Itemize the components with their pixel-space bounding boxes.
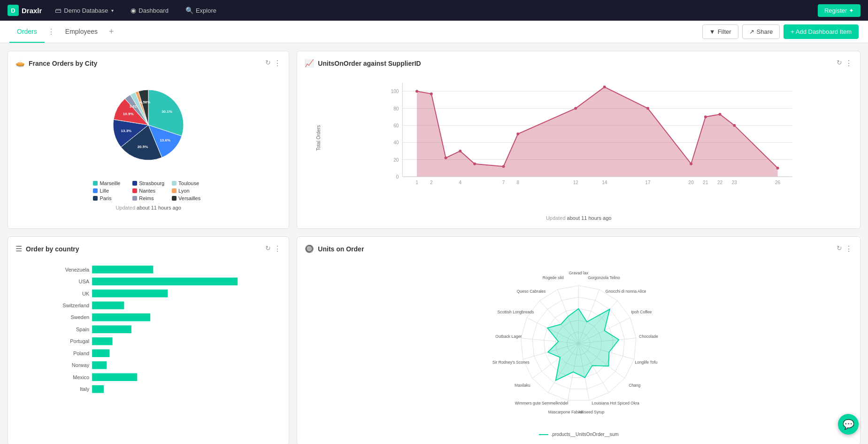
radar-chart-svg: Gravad laxGorgonzola TelinoGnocchi di no… xyxy=(305,259,853,428)
nav-item-database[interactable]: 🗃 Demo Database ▾ xyxy=(51,5,117,16)
legend-item: Marseille xyxy=(93,180,125,186)
radar-menu-icon[interactable]: ⋮ xyxy=(845,244,853,253)
pie-card-actions: ↻ ⋮ xyxy=(265,59,281,68)
svg-rect-69 xyxy=(92,385,104,393)
svg-point-40 xyxy=(603,86,606,88)
svg-rect-67 xyxy=(92,373,137,381)
tab-orders[interactable]: Orders xyxy=(9,21,45,43)
radar-chart-icon: 🔘 xyxy=(305,244,314,253)
svg-text:17: 17 xyxy=(645,180,651,185)
svg-point-41 xyxy=(646,107,649,110)
svg-text:60: 60 xyxy=(394,123,399,128)
tab-bar: Orders ⋮ Employees + ▼ Filter ↗ Share + … xyxy=(0,21,868,43)
brand-logo[interactable]: D Draxlr xyxy=(8,5,42,16)
pie-menu-icon[interactable]: ⋮ xyxy=(274,59,281,68)
svg-rect-57 xyxy=(92,313,150,321)
legend-item: Lille xyxy=(93,188,125,194)
radar-card-header: 🔘 Units on Order ↻ ⋮ xyxy=(305,244,853,253)
svg-text:Mascarpone Fabioli: Mascarpone Fabioli xyxy=(548,410,583,414)
svg-text:4.58%: 4.58% xyxy=(140,100,151,104)
add-dashboard-item-button[interactable]: + Add Dashboard Item xyxy=(784,24,859,39)
svg-text:30.1%: 30.1% xyxy=(161,109,172,114)
svg-text:7: 7 xyxy=(502,180,505,185)
svg-text:10.9%: 10.9% xyxy=(123,112,134,116)
svg-point-43 xyxy=(704,116,707,118)
bar-chart-icon: ☰ xyxy=(15,244,22,253)
area-menu-icon[interactable]: ⋮ xyxy=(845,59,853,68)
top-navigation: D Draxlr 🗃 Demo Database ▾ ◉ Dashboard 🔍… xyxy=(0,0,868,21)
bar-menu-icon[interactable]: ⋮ xyxy=(274,244,281,253)
svg-point-35 xyxy=(459,149,462,152)
svg-text:4: 4 xyxy=(459,180,462,185)
radar-card-actions: ↻ ⋮ xyxy=(837,244,853,253)
svg-point-36 xyxy=(473,163,476,165)
svg-point-42 xyxy=(690,163,692,165)
legend-item: Nantes xyxy=(132,188,164,194)
nav-item-explore[interactable]: 🔍 Explore xyxy=(182,5,220,16)
svg-text:Mexico: Mexico xyxy=(73,374,89,380)
bar-chart-svg: VenezuelaUSAUKSwitzerlandSwedenSpainPort… xyxy=(15,259,281,400)
svg-text:20.5%: 20.5% xyxy=(138,145,148,149)
svg-rect-53 xyxy=(92,289,168,297)
bar-chart-title: Order by country xyxy=(26,245,261,253)
svg-point-34 xyxy=(445,156,447,159)
brand-name: Draxlr xyxy=(22,7,42,15)
tabbar-actions: ▼ Filter ↗ Share + Add Dashboard Item xyxy=(702,24,859,39)
tab-employees-label: Employees xyxy=(65,28,98,35)
dropdown-icon: ▾ xyxy=(111,8,114,13)
svg-text:Ipoh Coffee: Ipoh Coffee xyxy=(631,310,652,314)
area-refresh-icon[interactable]: ↻ xyxy=(837,59,842,68)
legend-item: Strasbourg xyxy=(132,180,164,186)
area-chart-icon: 📈 xyxy=(305,59,314,68)
chat-button[interactable]: 💬 xyxy=(838,414,859,435)
tab-employees[interactable]: Employees xyxy=(58,21,105,43)
svg-point-44 xyxy=(719,113,722,116)
area-chart-svg: 020406080100124781214172021222326 xyxy=(328,73,853,195)
tab-add-button[interactable]: + xyxy=(105,25,118,39)
svg-text:40: 40 xyxy=(394,140,399,145)
svg-text:80: 80 xyxy=(394,106,399,111)
svg-point-32 xyxy=(415,90,418,93)
bar-refresh-icon[interactable]: ↻ xyxy=(265,244,271,253)
bar-card-actions: ↻ ⋮ xyxy=(265,244,281,253)
filter-icon: ▼ xyxy=(709,28,715,35)
pie-legend: MarseilleStrasbourgToulouseLilleNantesLy… xyxy=(93,180,203,201)
nav-database-label: Demo Database xyxy=(64,7,108,14)
pie-chart-icon: 🥧 xyxy=(15,59,25,68)
nav-dashboard-label: Dashboard xyxy=(138,7,169,14)
svg-text:Poland: Poland xyxy=(73,351,89,356)
pie-card-header: 🥧 France Orders by City ↻ ⋮ xyxy=(15,59,281,68)
pie-refresh-icon[interactable]: ↻ xyxy=(265,59,271,68)
radar-legend-line xyxy=(539,434,548,435)
svg-text:Outback Lager: Outback Lager xyxy=(496,334,522,339)
svg-text:20: 20 xyxy=(394,157,399,163)
svg-text:20: 20 xyxy=(689,180,694,185)
svg-text:14: 14 xyxy=(602,180,607,185)
svg-text:Venezuela: Venezuela xyxy=(65,267,90,273)
svg-rect-51 xyxy=(92,278,238,286)
svg-text:0: 0 xyxy=(396,174,399,179)
nav-item-dashboard[interactable]: ◉ Dashboard xyxy=(127,5,172,16)
tab-orders-label: Orders xyxy=(17,28,37,35)
radar-refresh-icon[interactable]: ↻ xyxy=(837,244,842,253)
svg-text:Wimmers gute Semmelknödel: Wimmers gute Semmelknödel xyxy=(515,401,568,405)
svg-text:Louisiana Hot Spiced Okra: Louisiana Hot Spiced Okra xyxy=(592,401,640,405)
area-updated: Updated about 11 hours ago xyxy=(305,215,853,221)
register-button[interactable]: Register ✦ xyxy=(818,4,860,17)
svg-text:8: 8 xyxy=(517,180,520,185)
svg-point-38 xyxy=(517,132,520,135)
area-chart-wrapper: Total Orders 020406080100124781214172021… xyxy=(305,73,853,211)
filter-button[interactable]: ▼ Filter xyxy=(702,24,738,39)
svg-text:2: 2 xyxy=(430,180,433,185)
nav-explore-label: Explore xyxy=(196,7,216,14)
svg-point-46 xyxy=(776,167,779,170)
legend-item: Lyon xyxy=(172,188,204,194)
area-card-actions: ↻ ⋮ xyxy=(837,59,853,68)
card-pie-chart: 🥧 France Orders by City ↻ ⋮ 30.1%13.6%20… xyxy=(8,51,289,229)
svg-text:Portugal: Portugal xyxy=(70,338,89,344)
svg-text:12: 12 xyxy=(573,180,579,185)
svg-text:Longlife Tofu: Longlife Tofu xyxy=(635,360,658,365)
tab-menu-button[interactable]: ⋮ xyxy=(45,25,58,38)
svg-rect-55 xyxy=(92,302,124,310)
share-button[interactable]: ↗ Share xyxy=(742,24,780,39)
